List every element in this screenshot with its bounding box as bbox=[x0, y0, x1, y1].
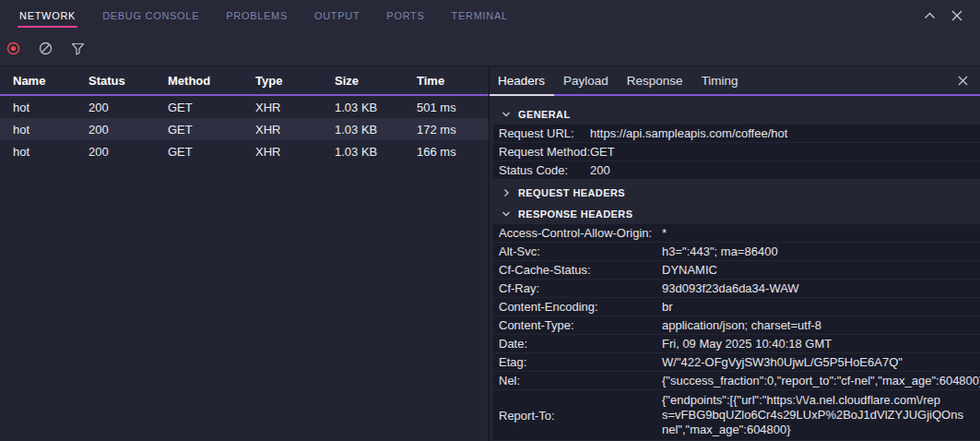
column-header-type[interactable]: Type bbox=[255, 74, 335, 88]
header-value: W/"422-OFgVyjSW3h0UjwL/G5P5HoE6A7Q" bbox=[662, 355, 980, 369]
cell-size: 1.03 KB bbox=[335, 101, 417, 114]
section-title: REQUEST HEADERS bbox=[518, 187, 625, 198]
header-key: Cf-Ray: bbox=[493, 281, 662, 295]
header-key: Etag: bbox=[493, 355, 662, 369]
header-key: Nel: bbox=[493, 374, 662, 387]
header-value: br bbox=[662, 300, 980, 314]
header-key: Cf-Cache-Status: bbox=[493, 263, 662, 277]
header-value-line: {"endpoints":[{"url":"https:\/\/a.nel.cl… bbox=[662, 393, 980, 408]
header-row[interactable]: Content-Encoding: br bbox=[493, 298, 980, 316]
section-response-headers[interactable]: RESPONSE HEADERS bbox=[490, 203, 980, 224]
table-row[interactable]: hot 200 GET XHR 1.03 KB 166 ms bbox=[0, 140, 489, 162]
close-panel-icon[interactable] bbox=[951, 10, 962, 21]
cell-size: 1.03 KB bbox=[335, 145, 417, 159]
cell-type: XHR bbox=[255, 101, 335, 114]
panel-tabbar: NETWORK DEBUG CONSOLE PROBLEMS OUTPUT PO… bbox=[0, 0, 980, 31]
header-value-line: s=vFBG9bqUZlo6Cr4s29LUxP%2BoJ1dVlZYJUGji… bbox=[662, 408, 980, 423]
request-details-panel: Headers Payload Response Timing GENERAL … bbox=[490, 66, 980, 441]
cell-method: GET bbox=[168, 123, 255, 137]
header-value: {"success_fraction":0,"report_to":"cf-ne… bbox=[662, 374, 980, 387]
cell-time: 501 ms bbox=[417, 101, 489, 114]
column-header-size[interactable]: Size bbox=[335, 74, 417, 88]
cell-type: XHR bbox=[255, 145, 335, 159]
header-value: 200 bbox=[590, 163, 980, 177]
chevron-down-icon bbox=[502, 110, 511, 119]
header-value: {"endpoints":[{"url":"https:\/\/a.nel.cl… bbox=[662, 393, 980, 437]
tab-network[interactable]: NETWORK bbox=[18, 4, 77, 28]
column-header-name[interactable]: Name bbox=[13, 74, 89, 88]
tab-payload[interactable]: Payload bbox=[554, 66, 618, 96]
close-details-icon[interactable] bbox=[958, 76, 980, 86]
header-value-line: nel","max_age":604800} bbox=[662, 423, 980, 437]
table-row[interactable]: hot 200 GET XHR 1.03 KB 172 ms bbox=[0, 118, 489, 140]
header-key: Alt-Svc: bbox=[493, 244, 662, 258]
tab-debug-console[interactable]: DEBUG CONSOLE bbox=[100, 4, 201, 28]
header-key: Request URL: bbox=[493, 126, 590, 140]
tab-ports[interactable]: PORTS bbox=[384, 4, 426, 28]
cell-method: GET bbox=[168, 145, 255, 159]
column-header-method[interactable]: Method bbox=[168, 74, 255, 88]
header-key: Date: bbox=[493, 337, 662, 351]
chevron-up-icon[interactable] bbox=[924, 12, 936, 19]
network-content: Name Status Method Type Size Time hot 20… bbox=[0, 66, 980, 441]
record-icon[interactable] bbox=[6, 42, 20, 55]
header-row[interactable]: Request URL: https://api.sampleapis.com/… bbox=[493, 125, 980, 143]
cell-size: 1.03 KB bbox=[335, 123, 417, 137]
header-value: application/json; charset=utf-8 bbox=[662, 318, 980, 332]
cell-status: 200 bbox=[89, 145, 168, 159]
tab-output[interactable]: OUTPUT bbox=[313, 4, 361, 28]
details-tabbar: Headers Payload Response Timing bbox=[490, 66, 980, 96]
header-row[interactable]: Report-To: {"endpoints":[{"url":"https:\… bbox=[493, 390, 980, 441]
header-row[interactable]: Etag: W/"422-OFgVyjSW3h0UjwL/G5P5HoE6A7Q… bbox=[493, 353, 980, 372]
header-row[interactable]: Status Code: 200 bbox=[493, 161, 980, 180]
section-general[interactable]: GENERAL bbox=[490, 103, 980, 125]
tab-problems[interactable]: PROBLEMS bbox=[224, 4, 289, 28]
requests-table: Name Status Method Type Size Time hot 20… bbox=[0, 66, 490, 441]
cell-method: GET bbox=[168, 101, 255, 114]
header-value: Fri, 09 May 2025 10:40:18 GMT bbox=[662, 337, 980, 351]
tab-terminal[interactable]: TERMINAL bbox=[450, 4, 510, 28]
cell-time: 166 ms bbox=[417, 145, 489, 159]
cell-name: hot bbox=[13, 123, 89, 137]
header-row[interactable]: Cf-Cache-Status: DYNAMIC bbox=[493, 261, 980, 280]
chevron-right-icon bbox=[502, 188, 511, 197]
cell-status: 200 bbox=[89, 101, 168, 114]
cell-name: hot bbox=[13, 145, 89, 159]
tab-timing[interactable]: Timing bbox=[692, 66, 748, 96]
section-title: RESPONSE HEADERS bbox=[518, 209, 632, 220]
header-row[interactable]: Date: Fri, 09 May 2025 10:40:18 GMT bbox=[493, 335, 980, 353]
header-row[interactable]: Access-Control-Allow-Origin: * bbox=[493, 224, 980, 243]
header-value: 93d093f23da6da34-WAW bbox=[662, 281, 980, 295]
cell-time: 172 ms bbox=[417, 123, 489, 137]
filter-icon[interactable] bbox=[71, 42, 85, 55]
section-request-headers[interactable]: REQUEST HEADERS bbox=[490, 182, 980, 203]
headers-content: GENERAL Request URL: https://api.samplea… bbox=[490, 96, 980, 441]
tab-headers[interactable]: Headers bbox=[490, 66, 554, 96]
column-header-time[interactable]: Time bbox=[417, 74, 489, 88]
header-key: Request Method: bbox=[493, 145, 590, 159]
header-row[interactable]: Request Method: GET bbox=[493, 143, 980, 161]
header-row[interactable]: Content-Type: application/json; charset=… bbox=[493, 316, 980, 335]
table-row[interactable]: hot 200 GET XHR 1.03 KB 501 ms bbox=[0, 96, 489, 118]
clear-icon[interactable] bbox=[39, 42, 53, 55]
table-header-row: Name Status Method Type Size Time bbox=[0, 66, 489, 96]
header-row[interactable]: Cf-Ray: 93d093f23da6da34-WAW bbox=[493, 280, 980, 298]
header-value: h3=":443"; ma=86400 bbox=[662, 244, 980, 258]
column-header-status[interactable]: Status bbox=[89, 74, 168, 88]
chevron-down-icon bbox=[502, 209, 511, 219]
header-key: Access-Control-Allow-Origin: bbox=[493, 226, 662, 240]
section-title: GENERAL bbox=[518, 109, 571, 120]
header-key: Content-Encoding: bbox=[493, 300, 662, 314]
header-value: https://api.sampleapis.com/coffee/hot bbox=[590, 126, 980, 140]
panel-header: NETWORK DEBUG CONSOLE PROBLEMS OUTPUT PO… bbox=[0, 0, 980, 66]
header-key: Report-To: bbox=[493, 409, 662, 423]
header-row[interactable]: Nel: {"success_fraction":0,"report_to":"… bbox=[493, 372, 980, 390]
cell-status: 200 bbox=[89, 123, 168, 137]
header-value: * bbox=[662, 226, 980, 240]
header-key: Status Code: bbox=[493, 163, 590, 177]
header-row[interactable]: Alt-Svc: h3=":443"; ma=86400 bbox=[493, 243, 980, 261]
tab-response[interactable]: Response bbox=[618, 66, 692, 96]
cell-name: hot bbox=[13, 101, 89, 114]
network-toolbar bbox=[0, 31, 980, 66]
header-value: DYNAMIC bbox=[662, 263, 980, 277]
